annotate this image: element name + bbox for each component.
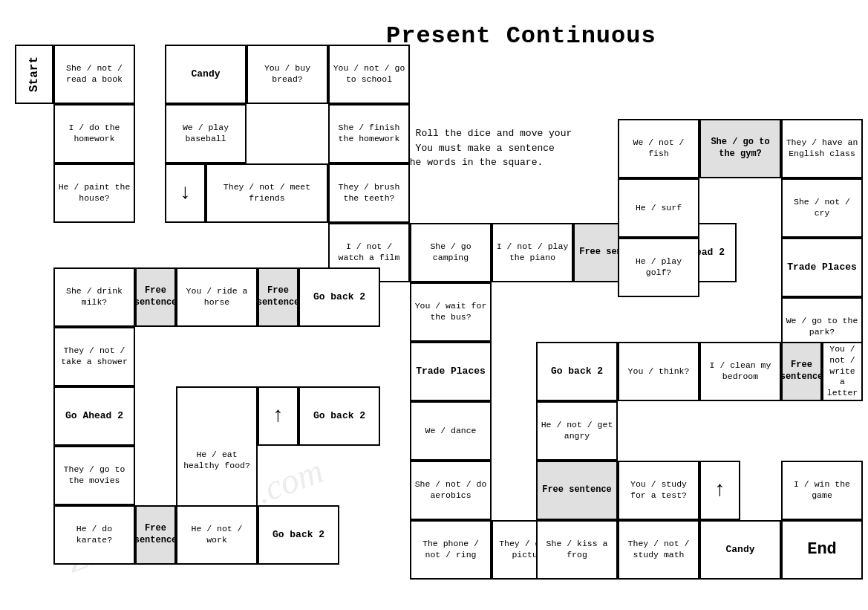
cell-start: Start [15, 45, 53, 104]
cell-theymath: They / not / study math [618, 520, 699, 580]
cell-c22: He / do karate? [53, 505, 135, 565]
cell-c6: She / finish the homework [328, 104, 410, 163]
cell-arrow3: ↑ [699, 461, 740, 520]
cell-shegym: She / go to the gym? [699, 119, 781, 178]
cell-goahead2: Go Ahead 2 [53, 386, 135, 446]
cell-c12: You / ride a horse [176, 267, 258, 327]
page-title: Present Continuous [386, 22, 656, 50]
cell-c1: She / not / read a book [53, 45, 135, 104]
cell-youstudy: You / study for a test? [618, 461, 699, 520]
cell-hegolf: He / play golf? [618, 238, 699, 297]
cell-c24: He / not / work [176, 505, 258, 565]
cell-trade1: Trade Places [410, 342, 492, 401]
cell-c3: You / not / go to school [328, 45, 410, 104]
cell-free6: Free sentence [536, 461, 618, 520]
cell-iwingame: I / win the game [781, 461, 863, 520]
page: Present Continuous Rules: Roll the dice … [0, 0, 868, 610]
cell-youwrit: You / not / write a letter [822, 342, 863, 401]
cell-shenot: She / not / cry [781, 178, 863, 238]
cell-c17: She / not / do aerobics [410, 461, 492, 520]
cell-c8: They / not / meet friends [206, 163, 328, 223]
cell-c9: They / brush the teeth? [328, 163, 410, 223]
cell-free2: Free sentence [258, 267, 298, 327]
cell-goback3: Go back 2 [536, 342, 618, 401]
cell-trade2: Trade Places [781, 238, 863, 297]
cell-c21: They / go to the movies [53, 446, 135, 505]
cell-goback1: Go back 2 [298, 267, 380, 327]
cell-c4: I / do the homework [53, 104, 135, 163]
cell-c5: We / play baseball [165, 104, 247, 163]
cell-c14: I / not / play the piano [492, 223, 573, 282]
cell-youthink: You / think? [618, 342, 699, 401]
cell-wenot: We / not / fish [618, 119, 699, 178]
cell-free1: Free sentence [135, 267, 176, 327]
cell-candy2: Candy [699, 520, 781, 580]
cell-arrow1: ↓ [165, 163, 206, 223]
cell-c20: They / not / take a shower [53, 327, 135, 386]
cell-iclean: I / clean my bedroom [699, 342, 781, 401]
cell-c15: You / wait for the bus? [410, 282, 492, 342]
cell-henotangry: He / not / get angry [536, 401, 618, 461]
cell-arrow2: ↑ [258, 386, 298, 446]
cell-c16: We / dance [410, 401, 492, 461]
cell-c2: You / buy bread? [247, 45, 328, 104]
cell-hesurf: He / surf [618, 178, 699, 238]
cell-end: End [781, 520, 863, 580]
cell-candy1: Candy [165, 45, 247, 104]
cell-shekiss: She / kiss a frog [536, 520, 618, 580]
cell-c25: Go back 2 [258, 505, 339, 565]
cell-c11: She / drink milk? [53, 267, 135, 327]
cell-free4: Free sentence [135, 505, 176, 565]
cell-c13: She / go camping [410, 223, 492, 282]
cell-free5: Free sentence [781, 342, 822, 401]
cell-c7: He / paint the house? [53, 163, 135, 223]
cell-c18: The phone / not / ring [410, 520, 492, 580]
cell-theyeng: They / have an English class [781, 119, 863, 178]
cell-goback2: Go back 2 [298, 386, 380, 446]
